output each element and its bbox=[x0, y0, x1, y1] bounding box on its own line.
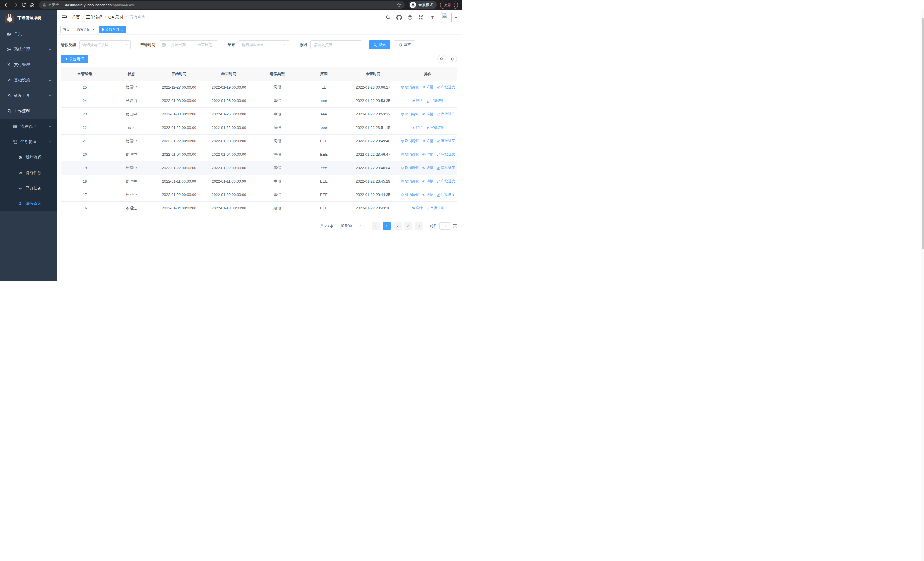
table-row[interactable]: 17处理中2022-01-22 00:00:002022-01-22 00:00… bbox=[61, 188, 457, 202]
action-cancel-link[interactable]: 取消请假 bbox=[400, 138, 418, 143]
browser-update-button[interactable]: 更新 bbox=[440, 1, 458, 9]
sidebar-item-label: 请假查询 bbox=[26, 201, 41, 206]
table-row[interactable]: 25处理中2021-12-27 00:00:002022-01-19 00:00… bbox=[61, 81, 457, 94]
app-logo-row[interactable]: 芋道管理系统 bbox=[0, 10, 57, 26]
start-date-placeholder: 开始日期 bbox=[168, 42, 188, 47]
result-select[interactable]: 请选择流结果 bbox=[238, 40, 290, 50]
font-size-icon[interactable]: TT bbox=[429, 15, 435, 20]
action-detail-link[interactable]: 详情 bbox=[411, 98, 423, 103]
action-cancel-link[interactable]: 取消请假 bbox=[400, 165, 418, 170]
menu-dots-icon[interactable] bbox=[454, 3, 455, 7]
breadcrumb-item[interactable]: OA 示例 bbox=[108, 15, 123, 20]
reset-button[interactable]: 重置 bbox=[394, 40, 416, 50]
sidebar-item-workflow[interactable]: 工作流程 bbox=[0, 104, 57, 119]
action-detail-link[interactable]: 详情 bbox=[422, 112, 434, 117]
update-label: 更新 bbox=[444, 2, 452, 8]
action-progress-link[interactable]: 审批进度 bbox=[437, 85, 455, 90]
tab-process-detail[interactable]: 流程详情× bbox=[74, 26, 97, 33]
back-icon[interactable] bbox=[2, 1, 11, 9]
action-progress-link[interactable]: 审批进度 bbox=[437, 152, 455, 157]
action-detail-link[interactable]: 详情 bbox=[422, 138, 434, 143]
edit-icon bbox=[426, 99, 430, 102]
bookmark-star-icon[interactable] bbox=[396, 3, 401, 8]
action-progress-link[interactable]: 审批进度 bbox=[437, 165, 455, 170]
action-cancel-link[interactable]: 取消请假 bbox=[400, 152, 418, 157]
sidebar-item-leave-query[interactable]: 请假查询 bbox=[0, 196, 57, 211]
address-bar[interactable]: 不安全 dashboard.yudao.iocoder.cn /bpm/oa/l… bbox=[39, 1, 405, 9]
sidebar-item-home[interactable]: 首页 bbox=[0, 26, 57, 42]
table-row[interactable]: 18处理中2022-01-11 00:00:002022-01-11 00:00… bbox=[61, 174, 457, 188]
sidebar-item-devtools[interactable]: 研发工具 bbox=[0, 88, 57, 104]
security-chip[interactable]: 不安全 bbox=[42, 2, 59, 8]
reason-cell: EEE bbox=[300, 202, 347, 215]
goto-page-input[interactable] bbox=[440, 222, 451, 230]
apply-time-range-picker[interactable]: 开始日期 - 结束日期 bbox=[159, 40, 218, 50]
close-icon[interactable]: × bbox=[93, 28, 95, 32]
close-icon[interactable]: × bbox=[121, 28, 123, 32]
reload-icon[interactable] bbox=[20, 1, 28, 9]
action-detail-link[interactable]: 详情 bbox=[411, 125, 423, 130]
action-detail-link[interactable]: 详情 bbox=[422, 165, 434, 170]
action-detail-link[interactable]: 详情 bbox=[422, 179, 434, 183]
avatar-caret-down-icon[interactable] bbox=[454, 17, 458, 18]
pager-next-button[interactable] bbox=[415, 222, 423, 230]
page-size-select[interactable]: 10条/页 bbox=[338, 222, 364, 230]
pager-page-3[interactable]: 3 bbox=[404, 222, 412, 230]
fullscreen-icon[interactable] bbox=[418, 15, 423, 20]
action-progress-link[interactable]: 审批进度 bbox=[437, 192, 455, 197]
sidebar-item-my-process[interactable]: 我的流程 bbox=[0, 150, 57, 165]
sidebar-item-system[interactable]: 系统管理 bbox=[0, 42, 57, 57]
sidebar-item-task-mgmt[interactable]: 任务管理 bbox=[0, 134, 57, 150]
sidebar-collapse-icon[interactable] bbox=[62, 15, 68, 20]
action-progress-link[interactable]: 审批进度 bbox=[437, 138, 455, 143]
sidebar-item-done-tasks[interactable]: 已办任务 bbox=[0, 180, 57, 196]
table-row[interactable]: 22通过2022-01-22 00:00:002022-01-22 00:00:… bbox=[61, 121, 457, 134]
avatar[interactable] bbox=[441, 12, 452, 23]
search-button[interactable]: 搜索 bbox=[369, 40, 390, 50]
table-row[interactable]: 16不通过2022-01-04 00:00:002022-01-13 00:00… bbox=[61, 202, 457, 215]
action-progress-link[interactable]: 审批进度 bbox=[426, 98, 444, 103]
sidebar-item-todo-tasks[interactable]: 待办任务 bbox=[0, 165, 57, 180]
sidebar-item-label: 系统管理 bbox=[14, 47, 30, 52]
tab-label: 流程详情 bbox=[77, 27, 90, 32]
table-row[interactable]: 19处理中2022-01-22 00:00:002022-01-22 00:00… bbox=[61, 161, 457, 174]
home-icon[interactable] bbox=[28, 1, 36, 9]
tab-label: 请假查询 bbox=[105, 27, 119, 32]
forward-icon[interactable] bbox=[11, 1, 20, 9]
table-row[interactable]: 20处理中2022-01-04 00:00:002022-01-04 00:00… bbox=[61, 148, 457, 161]
action-detail-link[interactable]: 详情 bbox=[422, 192, 434, 197]
edit-icon bbox=[437, 193, 440, 197]
tab-leave-query[interactable]: 请假查询× bbox=[99, 26, 126, 33]
table-row[interactable]: 23处理中2022-01-03 00:00:002022-01-26 00:00… bbox=[61, 107, 457, 121]
sidebar-item-infrastructure[interactable]: 基础设施 bbox=[0, 72, 57, 88]
help-icon[interactable] bbox=[408, 15, 412, 20]
breadcrumb-item[interactable]: 首页 bbox=[72, 15, 80, 20]
reason-input[interactable] bbox=[311, 41, 361, 49]
leave-type-select[interactable]: 请选择请假类型 bbox=[80, 40, 131, 50]
action-detail-link[interactable]: 详情 bbox=[422, 152, 434, 157]
tab-home[interactable]: 首页 bbox=[60, 26, 72, 33]
action-progress-link[interactable]: 审批进度 bbox=[437, 112, 455, 117]
search-icon[interactable] bbox=[386, 15, 391, 20]
github-icon[interactable] bbox=[396, 15, 402, 20]
sidebar-item-payment[interactable]: 支付管理 bbox=[0, 57, 57, 72]
action-progress-link[interactable]: 审批进度 bbox=[437, 179, 455, 183]
table-row[interactable]: 21处理中2022-01-22 00:00:002022-01-23 00:00… bbox=[61, 134, 457, 148]
sidebar-item-process-mgmt[interactable]: 流程管理 bbox=[0, 119, 57, 134]
action-progress-link[interactable]: 审批进度 bbox=[426, 206, 444, 211]
pager-page-2[interactable]: 2 bbox=[393, 222, 402, 230]
action-detail-link[interactable]: 详情 bbox=[422, 84, 434, 89]
create-leave-button[interactable]: 发起请假 bbox=[61, 54, 88, 63]
action-cancel-link[interactable]: 取消请假 bbox=[400, 112, 418, 117]
breadcrumb-item[interactable]: 工作流程 bbox=[86, 15, 102, 20]
action-progress-link[interactable]: 审批进度 bbox=[426, 125, 444, 130]
pager-prev-button[interactable] bbox=[372, 222, 380, 230]
table-row[interactable]: 24已取消2022-01-03 00:00:002022-01-26 00:00… bbox=[61, 94, 457, 107]
refresh-table-button[interactable] bbox=[448, 55, 457, 63]
action-cancel-link[interactable]: 取消请假 bbox=[400, 192, 418, 197]
pager-page-1[interactable]: 1 bbox=[382, 222, 391, 230]
action-detail-link[interactable]: 详情 bbox=[411, 206, 423, 211]
action-cancel-link[interactable]: 取消请假 bbox=[400, 179, 418, 183]
action-cancel-link[interactable]: 取消请假 bbox=[400, 85, 418, 90]
toggle-search-button[interactable] bbox=[438, 55, 446, 63]
